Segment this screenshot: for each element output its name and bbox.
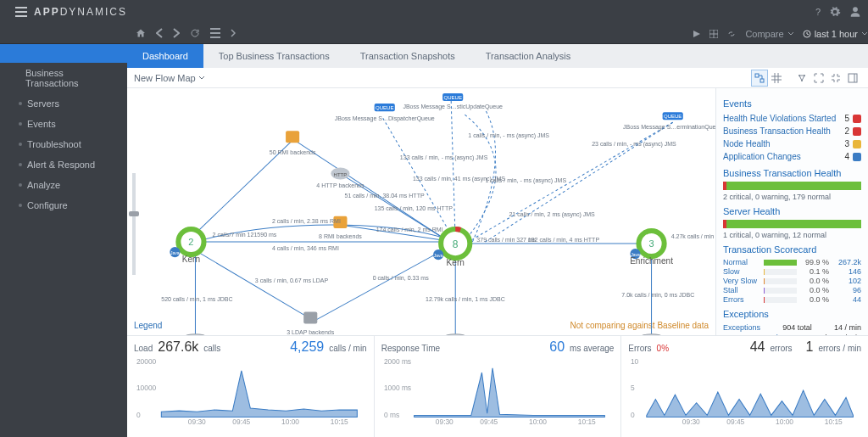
brand-right: DYNAMICS bbox=[60, 6, 127, 18]
main-area: Dashboard Top Business Transactions Tran… bbox=[127, 44, 868, 437]
scorecard-heading: Transaction Scorecard bbox=[723, 244, 861, 255]
svg-text:520 calls / min, 1 ms   JDBC: 520 calls / min, 1 ms JDBC bbox=[161, 296, 232, 302]
flowmap-view-grid-icon[interactable] bbox=[768, 70, 785, 87]
timerange-dropdown[interactable]: last 1 hour bbox=[803, 29, 868, 39]
flowmap-canvas[interactable]: Legend Not comparing against Baseline da… bbox=[127, 88, 715, 335]
svg-text:09:30: 09:30 bbox=[188, 417, 206, 426]
svg-text:2000 ms: 2000 ms bbox=[384, 357, 411, 366]
svg-text:133 calls / min, - ms (async) : 133 calls / min, - ms (async) JMS bbox=[400, 154, 488, 161]
svg-text:Enrichment: Enrichment bbox=[630, 256, 673, 266]
bth-bar[interactable] bbox=[723, 182, 861, 190]
play-icon[interactable] bbox=[693, 30, 701, 38]
svg-text:3 calls / min, 0.67 ms   LDAP: 3 calls / min, 0.67 ms LDAP bbox=[255, 277, 329, 283]
chart-errors-title: Errors bbox=[628, 344, 651, 353]
score-row[interactable]: Normal99.9 %267.2k bbox=[723, 258, 861, 266]
svg-text:4.27k calls / min
3 ms
1 error: 4.27k calls / min 3 ms 1 error / min bbox=[671, 233, 715, 239]
breadcrumb-sep-icon bbox=[210, 28, 220, 40]
tab-dashboard[interactable]: Dashboard bbox=[127, 44, 203, 68]
back-icon[interactable] bbox=[156, 28, 163, 40]
svg-rect-15 bbox=[303, 312, 317, 324]
svg-text:133 calls / min, 41 ms (async): 133 calls / min, 41 ms (async) JMS bbox=[413, 176, 505, 182]
flowmap-autolayout-icon[interactable] bbox=[793, 70, 810, 87]
svg-text:09:30: 09:30 bbox=[682, 417, 700, 426]
event-node-health[interactable]: Node Health3 bbox=[723, 137, 861, 150]
tab-top-bt[interactable]: Top Business Transactions bbox=[203, 44, 345, 68]
event-app-changes[interactable]: Application Changes4 bbox=[723, 150, 861, 163]
flowmap-collapse-icon[interactable] bbox=[827, 70, 844, 87]
flowmap-view-topology-icon[interactable] bbox=[751, 70, 768, 87]
ldap-backends-icon[interactable] bbox=[303, 312, 317, 324]
svg-text:8 RMI backends: 8 RMI backends bbox=[319, 233, 362, 239]
tabs: Dashboard Top Business Transactions Tran… bbox=[127, 44, 868, 68]
link-icon[interactable] bbox=[726, 30, 737, 38]
svg-text:4 calls / min, 346 ms   RMI: 4 calls / min, 346 ms RMI bbox=[272, 245, 339, 251]
node-a[interactable]: 2 Java Kern bbox=[170, 229, 203, 264]
svg-rect-8 bbox=[286, 131, 299, 143]
flowmap-panel-toggle-icon[interactable] bbox=[844, 70, 861, 87]
svg-text:135 calls / min, 120 ms   HTTP: 135 calls / min, 120 ms HTTP bbox=[375, 205, 453, 211]
forward-icon[interactable] bbox=[173, 28, 180, 40]
sh-bar[interactable] bbox=[723, 220, 861, 228]
dot-icon bbox=[19, 102, 22, 105]
rmi-backends-icon[interactable] bbox=[286, 131, 299, 143]
tab-snapshots[interactable]: Transaction Snapshots bbox=[345, 44, 470, 68]
layout-icon[interactable] bbox=[709, 30, 718, 38]
chart-response-time[interactable]: Response Time 60 ms average 2000 ms 1000… bbox=[375, 336, 622, 437]
db-mid[interactable] bbox=[444, 334, 466, 335]
home-icon[interactable] bbox=[136, 28, 146, 40]
svg-text:5: 5 bbox=[631, 384, 635, 392]
svg-text:1000 ms: 1000 ms bbox=[384, 384, 411, 392]
sidebar-item-events[interactable]: Events bbox=[0, 114, 127, 134]
svg-text:09:30: 09:30 bbox=[436, 417, 453, 426]
svg-text:3 LDAP backends: 3 LDAP backends bbox=[287, 329, 335, 335]
help-icon[interactable]: ? bbox=[815, 7, 821, 17]
svg-text:7.0k calls / min, 0 ms   JDBC: 7.0k calls / min, 0 ms JDBC bbox=[621, 292, 694, 298]
svg-text:3: 3 bbox=[648, 238, 654, 249]
menu-icon[interactable] bbox=[15, 7, 27, 17]
gear-icon[interactable] bbox=[829, 6, 841, 18]
sidebar-item-analyze[interactable]: Analyze bbox=[0, 175, 127, 195]
breadcrumb-bar: Compare last 1 hour bbox=[0, 24, 868, 44]
compare-dropdown[interactable]: Compare bbox=[745, 29, 793, 39]
score-row[interactable]: Slow0.1 %146 bbox=[723, 267, 861, 276]
chart-rt-value: 60 bbox=[549, 339, 565, 355]
svg-point-26 bbox=[184, 334, 206, 335]
svg-text:0: 0 bbox=[136, 411, 141, 419]
svg-text:2 calls / min, 2.38 ms   RMI: 2 calls / min, 2.38 ms RMI bbox=[272, 218, 341, 224]
brand-left: APP bbox=[34, 6, 60, 18]
flowmap-selector[interactable]: New Flow Map bbox=[134, 73, 205, 83]
sidebar-item-troubleshoot[interactable]: Troubleshoot bbox=[0, 134, 127, 154]
chart-load[interactable]: Load 267.6k calls 4,259 calls / min 2000… bbox=[127, 336, 375, 437]
svg-text:10:00: 10:00 bbox=[529, 417, 547, 426]
svg-rect-2 bbox=[755, 74, 759, 77]
db-right[interactable] bbox=[640, 334, 662, 335]
score-row[interactable]: Errors0.0 %44 bbox=[723, 295, 861, 304]
event-hrv[interactable]: Health Rule Violations Started5 bbox=[723, 112, 861, 125]
score-row[interactable]: Very Slow0.0 %102 bbox=[723, 277, 861, 285]
sidebar-item-alert-respond[interactable]: Alert & Respond bbox=[0, 154, 127, 175]
ex-row[interactable]: Exceptions904 total14 / min bbox=[723, 322, 861, 333]
event-bth[interactable]: Business Transaction Health2 bbox=[723, 125, 861, 137]
svg-text:JBoss Message S…DispatcherQueu: JBoss Message S…DispatcherQueue bbox=[335, 115, 435, 122]
metrics-charts: Load 267.6k calls 4,259 calls / min 2000… bbox=[127, 335, 868, 437]
chart-load-title: Load bbox=[134, 344, 153, 353]
flowmap-expand-icon[interactable] bbox=[810, 70, 827, 87]
db-left[interactable] bbox=[184, 334, 206, 335]
sidebar-item-servers[interactable]: Servers bbox=[0, 93, 127, 114]
sh-caption: 1 critical, 0 warning, 12 normal bbox=[723, 231, 861, 239]
sidebar-item-configure[interactable]: Configure bbox=[0, 195, 127, 216]
svg-text:10:15: 10:15 bbox=[578, 417, 596, 426]
chart-errors[interactable]: Errors 0% 44 errors 1 errors / min 10 5 … bbox=[621, 336, 868, 437]
app-topbar: APPDYNAMICS ? bbox=[0, 0, 868, 24]
user-icon[interactable] bbox=[849, 6, 861, 18]
refresh-icon[interactable] bbox=[190, 28, 200, 40]
score-row[interactable]: Stall0.0 %96 bbox=[723, 286, 861, 294]
dot-icon bbox=[19, 183, 22, 187]
dot-icon bbox=[19, 143, 22, 146]
node-c[interactable]: 3 Java Enrichment bbox=[630, 231, 673, 266]
sidebar-app-selected[interactable] bbox=[0, 44, 127, 63]
tab-analysis[interactable]: Transaction Analysis bbox=[470, 44, 586, 68]
http-backends-icon[interactable]: HTTP bbox=[331, 168, 349, 180]
svg-text:1 calls / min, - ms (async)   : 1 calls / min, - ms (async) JMS bbox=[468, 132, 549, 139]
sidebar-item-business-transactions[interactable]: Business Transactions bbox=[0, 63, 127, 93]
